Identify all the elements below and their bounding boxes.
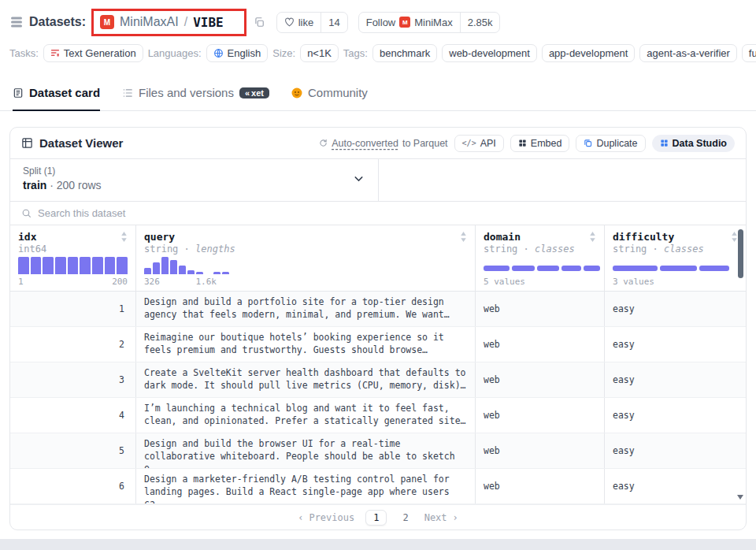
follow-label: Follow: [366, 17, 396, 28]
data-studio-icon: [660, 139, 669, 147]
column-header-difficulty: difficulty string · classes 3 values: [604, 225, 746, 291]
like-button[interactable]: like: [277, 13, 321, 32]
tag-pill-agent-as-a-verifier[interactable]: agent-as-a-verifier: [639, 44, 737, 62]
tag-pill-app-development[interactable]: app-development: [542, 44, 635, 62]
split-selector[interactable]: Split (1) train · 200 rows: [10, 159, 379, 201]
table-row[interactable]: 3 Create a SvelteKit server health dashb…: [10, 362, 746, 398]
page-number-2[interactable]: 2: [398, 511, 413, 525]
column-header-idx: idx int64 1200: [10, 225, 135, 291]
breadcrumb: Datasets: M MiniMaxAI / VIBE like 14 Fol…: [0, 0, 756, 39]
language-pill-english[interactable]: English: [206, 44, 269, 62]
size-label: Size:: [272, 47, 295, 59]
sort-icon[interactable]: [120, 232, 128, 242]
search-icon: [21, 208, 32, 218]
domain-classes-bar: [484, 266, 600, 271]
duplicate-button[interactable]: Duplicate: [576, 135, 645, 152]
scrollbar-thumb[interactable]: [738, 229, 743, 278]
like-button-group: like 14: [276, 12, 348, 33]
dataset-meta-bar: Tasks: Text Generation Languages: Englis…: [0, 39, 756, 71]
pagination: ‹ Previous 1 2 Next ›: [10, 504, 746, 530]
annotation-highlight: M MiniMaxAI / VIBE: [91, 9, 246, 36]
tab-bar: Dataset card Files and versions «xet Com…: [0, 71, 756, 111]
embed-button[interactable]: Embed: [510, 135, 570, 152]
table-row[interactable]: 5 Design and build the browser UI for a …: [10, 433, 746, 469]
tasks-label: Tasks:: [9, 47, 39, 59]
viewer-title-group: Dataset Viewer: [21, 136, 123, 150]
embed-icon: [518, 139, 527, 147]
task-pill-text-generation[interactable]: Text Generation: [43, 44, 143, 62]
split-row: Split (1) train · 200 rows: [10, 159, 746, 202]
table-grid-icon: [21, 137, 33, 149]
community-icon: [291, 87, 302, 98]
datasets-icon: [9, 15, 24, 29]
tab-community[interactable]: Community: [291, 86, 368, 111]
idx-histogram: [18, 257, 128, 274]
dataset-name-link[interactable]: VIBE: [193, 15, 224, 30]
viewer-title: Dataset Viewer: [39, 136, 123, 150]
files-versions-icon: [122, 87, 133, 98]
tags-label: Tags:: [343, 47, 368, 59]
chevron-down-icon[interactable]: [352, 172, 365, 188]
refresh-icon: [319, 139, 328, 147]
follow-button-group: Follow M MiniMax 2.85k: [358, 12, 501, 33]
scroll-down-arrow-icon[interactable]: [737, 495, 743, 500]
code-brackets-icon: </>: [462, 139, 476, 147]
tag-pill-web-development[interactable]: web-development: [442, 44, 537, 62]
table-row[interactable]: 4 I’m launching a technical blog and wan…: [10, 398, 746, 433]
dataset-viewer-card: Dataset Viewer Auto-converted to Parquet…: [9, 127, 747, 530]
viewer-actions: Auto-converted to Parquet </> API Embed …: [319, 135, 735, 152]
tag-pill-benchmark[interactable]: benchmark: [372, 44, 437, 62]
tag-pill-truncated[interactable]: fu: [742, 44, 756, 62]
page: Datasets: M MiniMaxAI / VIBE like 14 Fol…: [0, 0, 756, 550]
split-label: Split (1): [23, 165, 365, 177]
like-count[interactable]: 14: [321, 13, 346, 32]
heart-icon: [284, 17, 295, 27]
data-studio-button[interactable]: Data Studio: [652, 135, 735, 152]
text-generation-icon: [50, 48, 60, 58]
table-row[interactable]: 6 Design a marketer-friendly A/B testing…: [10, 469, 746, 504]
follow-org-logo-icon: M: [399, 17, 410, 28]
tab-files-and-versions[interactable]: Files and versions «xet: [122, 86, 269, 111]
api-button[interactable]: </> API: [454, 135, 504, 152]
sort-icon[interactable]: [460, 232, 467, 242]
query-length-histogram: [144, 257, 467, 274]
table-row[interactable]: 2 Reimagine our boutique hotels’ booking…: [10, 327, 746, 362]
split-row-empty: [379, 159, 746, 201]
xet-badge: «xet: [239, 87, 269, 98]
column-header-domain: domain string · classes 5 values: [475, 225, 604, 291]
org-link[interactable]: MiniMaxAI: [120, 15, 179, 29]
size-pill[interactable]: n<1K: [300, 44, 339, 62]
breadcrumb-separator: /: [184, 15, 187, 29]
dataset-card-icon: [13, 87, 24, 98]
sort-icon[interactable]: [589, 232, 596, 242]
chevron-right-icon: ›: [453, 512, 458, 523]
column-header-query: query string · lengths 3261.6k: [135, 225, 475, 291]
previous-page-button[interactable]: ‹ Previous: [298, 512, 354, 523]
search-row: [10, 202, 746, 225]
chevron-left-icon: ‹: [298, 512, 303, 523]
breadcrumb-label: Datasets:: [29, 15, 86, 29]
follower-count[interactable]: 2.85k: [460, 13, 500, 32]
page-number-1[interactable]: 1: [365, 510, 387, 526]
vertical-scrollbar: [737, 227, 743, 501]
follow-org-name: MiniMax: [414, 17, 452, 28]
follow-button[interactable]: Follow M MiniMax: [359, 13, 460, 32]
minimaxai-org-logo-icon: M: [100, 15, 114, 29]
search-input[interactable]: [38, 207, 735, 219]
globe-icon: [213, 48, 224, 58]
languages-label: Languages:: [148, 47, 202, 59]
like-label: like: [298, 17, 314, 28]
table-body: 1 Design and build a portfolio site for …: [10, 292, 746, 504]
copy-icon[interactable]: [252, 15, 266, 29]
duplicate-icon: [584, 139, 592, 147]
difficulty-classes-bar: [613, 266, 729, 271]
table-header: idx int64 1200 query string · lengths 32…: [10, 225, 746, 292]
next-page-button[interactable]: Next ›: [424, 512, 458, 523]
auto-converted-link[interactable]: Auto-converted to Parquet: [319, 138, 447, 149]
split-value: train · 200 rows: [23, 179, 365, 191]
footer-strip: [0, 539, 756, 550]
tab-dataset-card[interactable]: Dataset card: [13, 86, 100, 111]
viewer-header: Dataset Viewer Auto-converted to Parquet…: [10, 128, 746, 159]
table-row[interactable]: 1 Design and build a portfolio site for …: [10, 292, 746, 327]
